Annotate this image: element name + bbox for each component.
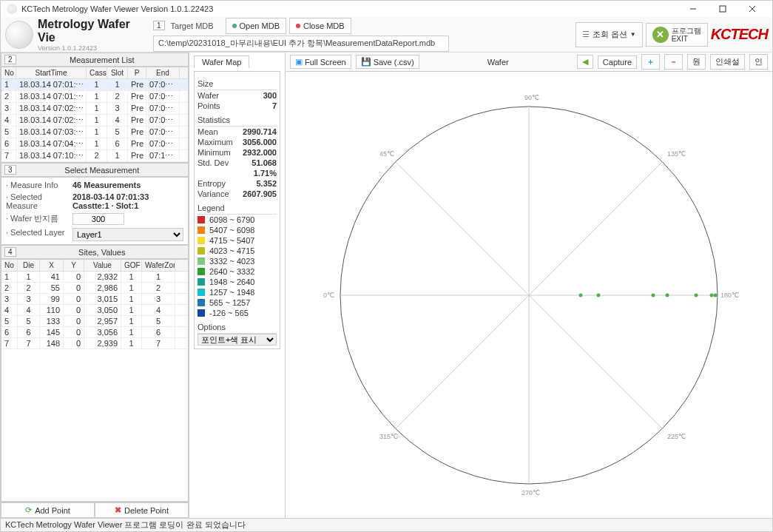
selected-measure-label: · Selected Measure: [6, 192, 72, 210]
options-title: Options: [198, 323, 277, 334]
stats-section-title: Statistics: [198, 115, 277, 127]
exit-icon: ✕: [652, 27, 669, 43]
table-row[interactable]: 7714802,93917: [1, 338, 188, 349]
wafer-radius-label: · Wafer 반지름: [6, 213, 72, 225]
target-mdb-label: Target MDB: [171, 21, 223, 30]
measurement-list-title: Measurement List: [19, 55, 185, 64]
section-3-badge: 3: [4, 165, 16, 175]
size-section-title: Size: [198, 79, 277, 90]
legend-item: 1257 ~ 1948: [198, 287, 277, 297]
selected-datetime: 2018-03-14 07:01:33: [72, 192, 149, 201]
delete-icon: ✖: [115, 505, 121, 515]
plus-icon: ＋: [647, 56, 655, 67]
table-row[interactable]: 5513302,95715: [1, 316, 188, 327]
close-icon: [296, 24, 300, 28]
variance-value: 2607.905: [243, 189, 277, 198]
exit-button[interactable]: ✕ 프로그램 EXIT: [646, 23, 708, 47]
save-icon: 💾: [361, 57, 371, 67]
data-point[interactable]: [596, 293, 600, 297]
wafer-map-chart[interactable]: 90℃ 45℃ 135℃ 0℃ 180℃ 315℃ 225℃ 270℃: [337, 103, 721, 488]
nav-button[interactable]: ◀: [577, 55, 593, 69]
table-row[interactable]: 339903,01513: [1, 294, 188, 305]
legend-item: 4023 ~ 4715: [198, 246, 277, 256]
stddev-pct-value: 1.71%: [254, 169, 277, 178]
data-point[interactable]: [695, 293, 698, 297]
logo-icon: [5, 21, 33, 49]
app-icon: [7, 4, 17, 14]
zoom-in-button[interactable]: ＋: [641, 54, 660, 70]
legend-item: 3332 ~ 4023: [198, 256, 277, 266]
view-options-button[interactable]: ☰ 조회 옵션 ▼: [575, 22, 643, 47]
selected-cassette-slot: Casstte:1 · Slot:1: [72, 201, 149, 210]
tick-180: 180℃: [720, 292, 739, 299]
table-row[interactable]: 225502,98612: [1, 283, 188, 294]
wafer-size-value: 300: [263, 91, 277, 100]
zoom-out-button[interactable]: －: [664, 54, 683, 70]
legend-item: -126 ~ 565: [198, 308, 277, 318]
close-mdb-button[interactable]: Close MDB: [289, 18, 351, 34]
table-row[interactable]: 618.03.14 07:04:⋯16Pre07:0⋯: [1, 138, 188, 150]
kctech-logo: KCTECH: [711, 26, 768, 43]
wafer-radius-input[interactable]: [72, 213, 124, 225]
delete-point-button[interactable]: ✖Delete Point: [95, 502, 189, 518]
close-button[interactable]: [738, 1, 766, 16]
arrow-left-icon: ◀: [582, 57, 588, 67]
print-button[interactable]: 인: [749, 54, 768, 70]
selected-layer-label: · Selected Layer: [6, 228, 72, 241]
minus-icon: －: [669, 56, 678, 67]
tick-45: 45℃: [379, 150, 394, 158]
table-row[interactable]: 518.03.14 07:03:⋯15Pre07:0⋯: [1, 127, 188, 138]
original-button[interactable]: 원: [687, 54, 706, 70]
wafer-title: Wafer: [424, 58, 573, 67]
legend-item: 2640 ~ 3332: [198, 266, 277, 277]
section-4-badge: 4: [4, 247, 16, 257]
save-csv-button[interactable]: 💾Save (.csv): [356, 55, 419, 69]
measure-info-label: · Measure Info: [6, 181, 72, 189]
display-options-select[interactable]: 포인트+색 표시: [198, 334, 277, 346]
open-mdb-button[interactable]: Open MDB: [226, 18, 286, 34]
min-value: 2932.000: [243, 148, 277, 157]
table-row[interactable]: 718.03.14 07:10:⋯21Pre07:1⋯: [1, 150, 188, 162]
measurement-list-table[interactable]: No StartTime Cass Slot P End 118.03.14 0…: [1, 67, 189, 163]
select-measurement-title: Select Measurement: [19, 166, 185, 175]
tick-315: 315℃: [379, 433, 398, 440]
fullscreen-icon: ▣: [295, 57, 303, 67]
capture-button[interactable]: Capture: [598, 55, 637, 69]
table-row[interactable]: 418.03.14 07:02:⋯14Pre07:0⋯: [1, 115, 188, 127]
tick-135: 135℃: [667, 150, 686, 158]
entropy-value: 5.352: [256, 179, 277, 188]
table-row[interactable]: 4411003,05014: [1, 305, 188, 316]
print-setup-button[interactable]: 인쇄설: [710, 54, 745, 70]
maximize-button[interactable]: [709, 1, 737, 16]
tick-270: 270℃: [521, 489, 540, 496]
layer-select[interactable]: Layer1: [72, 228, 183, 241]
points-count-value: 7: [272, 101, 277, 110]
sites-values-table[interactable]: No Die X Y Value GOF WaferZone 114102,93…: [1, 259, 189, 502]
wafer-map-tab[interactable]: Wafer Map: [194, 55, 249, 68]
add-point-button[interactable]: ⟳Add Point: [1, 502, 95, 518]
table-row[interactable]: 318.03.14 07:02:⋯13Pre07:0⋯: [1, 103, 188, 115]
table-row[interactable]: 6614503,05616: [1, 327, 188, 338]
section-2-badge: 2: [4, 55, 16, 64]
full-screen-button[interactable]: ▣Full Screen: [290, 55, 351, 69]
window-title: KCTech Metrology Wafer Viewer Version 1.…: [21, 4, 679, 13]
tick-0: 0℃: [323, 292, 334, 299]
data-point[interactable]: [713, 293, 717, 297]
mdb-path-display: C:\temp\20231018_마무리내용\EUI 추가 항목\Measure…: [153, 36, 449, 52]
table-row[interactable]: 118.03.14 07:01:⋯11Pre07:0⋯: [1, 79, 188, 91]
data-point[interactable]: [578, 293, 582, 297]
max-value: 3056.000: [243, 138, 277, 147]
legend-title: Legend: [198, 203, 277, 215]
tick-225: 225℃: [667, 433, 686, 440]
legend-item: 6098 ~ 6790: [198, 215, 277, 225]
svg-rect-1: [720, 6, 726, 12]
data-point[interactable]: [666, 293, 669, 297]
measure-info-value: 46 Measurements: [72, 181, 141, 189]
app-title: Metrology Wafer Vie: [38, 18, 149, 44]
minimize-button[interactable]: [679, 1, 707, 16]
mean-value: 2990.714: [243, 127, 277, 136]
data-point[interactable]: [652, 293, 655, 297]
app-version: Version 1.0.1.22423: [38, 44, 97, 52]
table-row[interactable]: 218.03.14 07:01:⋯12Pre07:0⋯: [1, 91, 188, 103]
table-row[interactable]: 114102,93211: [1, 272, 188, 283]
